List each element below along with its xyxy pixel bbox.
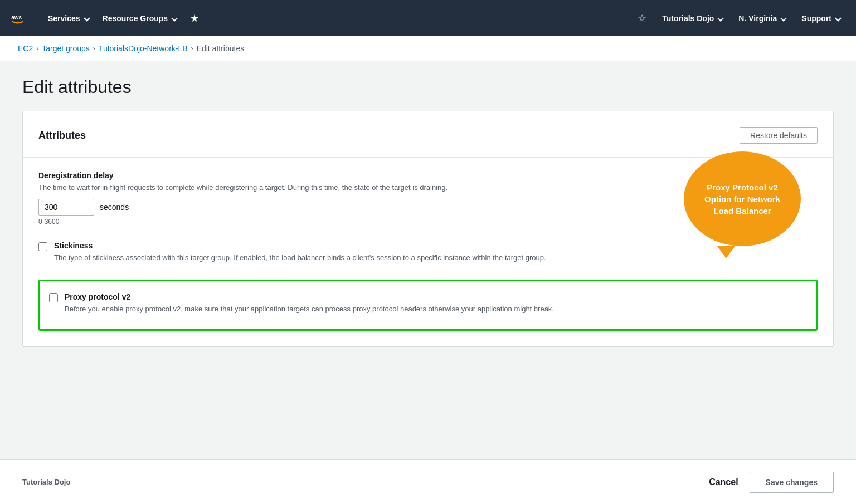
breadcrumb-ec2[interactable]: EC2 [18,44,33,53]
breadcrumb-sep-1: › [36,45,38,52]
stickiness-content: Stickiness The type of stickiness associ… [54,241,546,269]
top-navigation: aws Services Resource Groups ★ ☆ Tutoria… [0,0,856,36]
stickiness-section: Stickiness The type of stickiness associ… [38,239,818,269]
services-chevron-icon [84,15,90,21]
proxy-content: Proxy protocol v2 Before you enable prox… [65,292,554,320]
page-footer: Tutorials Dojo Cancel Save changes [0,459,856,504]
footer-actions: Cancel Save changes [709,472,834,493]
bell-icon[interactable]: ☆ [631,8,653,29]
cancel-button[interactable]: Cancel [709,477,738,487]
attributes-card: Attributes Restore defaults Deregistrati… [22,111,834,347]
support-chevron-icon [835,15,841,21]
stickiness-description: The type of stickiness associated with t… [54,252,546,263]
breadcrumb-current: Edit attributes [197,44,245,53]
stickiness-label: Stickiness [54,241,546,250]
main-content: Edit attributes Attributes Restore defau… [0,61,856,458]
support-menu[interactable]: Support [795,9,847,27]
deregistration-unit: seconds [100,203,129,212]
proxy-description: Before you enable proxy protocol v2, mak… [65,304,554,315]
resource-groups-chevron-icon [171,15,177,21]
card-divider [23,157,833,158]
region-menu[interactable]: N. Virginia [732,9,792,27]
resource-groups-menu[interactable]: Resource Groups [96,9,183,27]
restore-defaults-button[interactable]: Restore defaults [740,127,818,144]
deregistration-input[interactable] [38,199,94,216]
region-chevron-icon [781,15,787,21]
speech-bubble: Proxy Protocol v2 Option for Network Loa… [684,151,801,246]
aws-logo[interactable]: aws [9,9,37,27]
breadcrumb-lb-name[interactable]: TutorialsDojo-Network-LB [99,44,188,53]
proxy-label: Proxy protocol v2 [65,292,554,301]
nav-right: ☆ Tutorials Dojo N. Virginia Support [631,8,847,29]
breadcrumb-target-groups[interactable]: Target groups [42,44,90,53]
tutorials-dojo-chevron-icon [718,15,724,21]
proxy-protocol-checkbox[interactable] [49,293,58,302]
svg-text:aws: aws [11,14,22,21]
proxy-protocol-section: Proxy protocol v2 Before you enable prox… [38,280,818,331]
page-title: Edit attributes [22,77,834,97]
breadcrumb-sep-3: › [191,45,193,52]
tutorials-dojo-menu[interactable]: Tutorials Dojo [655,9,729,27]
pin-icon[interactable]: ★ [183,8,206,29]
proxy-checkbox-row: Proxy protocol v2 Before you enable prox… [49,290,807,320]
card-title: Attributes [38,130,86,141]
card-header: Attributes Restore defaults [38,127,818,144]
breadcrumb-sep-2: › [93,45,95,52]
stickiness-checkbox[interactable] [38,242,47,251]
services-menu[interactable]: Services [41,9,96,27]
save-changes-button[interactable]: Save changes [750,472,834,493]
footer-brand: Tutorials Dojo [22,478,70,486]
breadcrumb: EC2 › Target groups › TutorialsDojo-Netw… [0,36,856,61]
